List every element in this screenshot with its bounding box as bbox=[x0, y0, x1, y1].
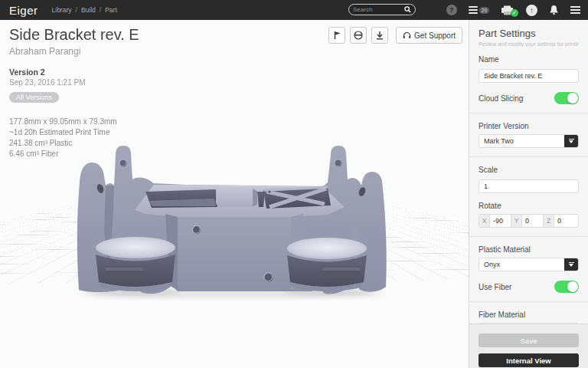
part-dimensions: 177.8mm x 99.05mm x 79.3mm bbox=[9, 117, 139, 127]
cloud-slicing-toggle[interactable] bbox=[554, 92, 579, 104]
part-version: Version 2 bbox=[9, 67, 139, 77]
section-divider bbox=[469, 236, 588, 237]
rotate-y-label: Y bbox=[511, 215, 522, 227]
get-support-label: Get Support bbox=[414, 31, 456, 40]
download-icon bbox=[376, 31, 384, 40]
rotate-label: Rotate bbox=[479, 202, 579, 210]
panel-title: Part Settings bbox=[479, 28, 579, 39]
rotate-z-label: Z bbox=[544, 215, 554, 227]
plastic-material-label: Plastic Material bbox=[479, 245, 579, 254]
part-stats: 177.8mm x 99.05mm x 79.3mm ~1d 20h Estim… bbox=[9, 117, 139, 159]
rotate-x-label: X bbox=[479, 215, 490, 227]
page-title: Side Bracket rev. E bbox=[9, 26, 139, 44]
part-info-block: Side Bracket rev. E Abraham Parangi Vers… bbox=[9, 26, 139, 159]
viewer-canvas[interactable]: Side Bracket rev. E Abraham Parangi Vers… bbox=[0, 20, 469, 368]
panel-subtitle: Review and modify your settings for prin… bbox=[479, 41, 579, 47]
download-button[interactable] bbox=[371, 27, 388, 44]
plastic-material-value: Onyx bbox=[479, 258, 564, 271]
scale-label: Scale bbox=[479, 166, 579, 174]
name-label: Name bbox=[479, 55, 579, 64]
all-versions-badge[interactable]: All Versions bbox=[9, 92, 59, 103]
rotate-z-field[interactable] bbox=[554, 215, 576, 227]
navbar-icons: ? 20 ✓ ↑ bbox=[446, 0, 580, 20]
printer-version-label: Printer Version bbox=[479, 122, 579, 130]
app-logo[interactable]: Eiger bbox=[9, 4, 38, 17]
part-fiber-volume: 6.46 cm³ Fiber bbox=[9, 149, 139, 159]
help-icon[interactable]: ? bbox=[446, 5, 457, 15]
printer-version-select[interactable]: Mark Two bbox=[479, 134, 579, 148]
3d-view-button[interactable] bbox=[350, 27, 367, 44]
chevron-down-icon bbox=[564, 258, 578, 271]
name-field[interactable] bbox=[479, 69, 579, 83]
print-queue-icon[interactable]: 20 bbox=[469, 5, 489, 15]
canvas-toolbar: Get Support bbox=[328, 27, 462, 44]
panel-actions: Save Internal View Print bbox=[469, 324, 588, 368]
save-button[interactable]: Save bbox=[479, 334, 579, 347]
hamburger-menu-icon[interactable] bbox=[570, 5, 580, 16]
use-fiber-toggle[interactable] bbox=[554, 281, 579, 293]
search-input[interactable] bbox=[353, 6, 404, 13]
breadcrumb-part[interactable]: Part bbox=[105, 6, 117, 14]
queue-lines-icon bbox=[469, 5, 478, 15]
part-author: Abraham Parangi bbox=[9, 46, 139, 57]
magnifier-icon bbox=[404, 6, 411, 13]
section-divider bbox=[469, 301, 588, 302]
search-box[interactable] bbox=[348, 4, 416, 15]
upload-icon[interactable]: ↑ bbox=[526, 5, 537, 16]
headset-icon bbox=[403, 31, 411, 40]
fiber-material-label: Fiber Material bbox=[479, 310, 579, 319]
printer-status-icon[interactable]: ✓ bbox=[501, 5, 514, 15]
scale-field[interactable] bbox=[479, 179, 579, 193]
plastic-material-select[interactable]: Onyx bbox=[479, 258, 579, 271]
printer-version-value: Mark Two bbox=[479, 135, 564, 147]
get-support-button[interactable]: Get Support bbox=[396, 27, 462, 44]
cloud-slicing-label: Cloud Slicing bbox=[479, 94, 523, 103]
breadcrumb-build[interactable]: Build bbox=[81, 6, 105, 14]
section-divider bbox=[469, 113, 588, 113]
use-fiber-label: Use Fiber bbox=[479, 283, 511, 291]
bell-icon[interactable] bbox=[549, 5, 559, 15]
top-navbar: Eiger Library Build Part ? 20 ✓ ↑ bbox=[0, 0, 588, 20]
rotate-group: X Y Z bbox=[479, 214, 579, 228]
breadcrumb-library[interactable]: Library bbox=[52, 6, 81, 14]
globe-3d-view-icon bbox=[354, 31, 363, 40]
rotate-x-field[interactable] bbox=[490, 215, 511, 227]
part-print-time: ~1d 20h Estimated Print Time bbox=[9, 127, 139, 138]
part-3d-model[interactable] bbox=[75, 140, 390, 301]
flag-button[interactable] bbox=[328, 27, 345, 44]
queue-count-badge: 20 bbox=[479, 7, 489, 14]
part-plastic-volume: 241.38 cm³ Plastic bbox=[9, 138, 139, 149]
rotate-y-field[interactable] bbox=[522, 215, 544, 227]
internal-view-button[interactable]: Internal View bbox=[479, 353, 579, 367]
breadcrumb: Library Build Part bbox=[52, 6, 117, 14]
flag-icon bbox=[333, 31, 341, 40]
part-date: Sep 23, 2016 1:21 PM bbox=[9, 78, 139, 87]
chevron-down-icon bbox=[564, 135, 578, 147]
printer-ok-badge: ✓ bbox=[511, 9, 518, 17]
section-divider bbox=[469, 156, 588, 157]
part-settings-panel: Part Settings Review and modify your set… bbox=[469, 20, 588, 368]
